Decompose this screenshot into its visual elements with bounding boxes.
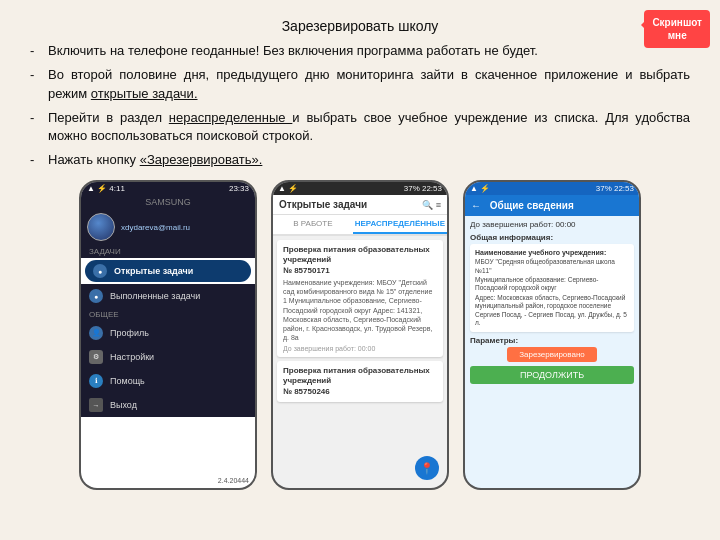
instruction-item-2: - Во второй половине дня, предыдущего дн… (30, 66, 690, 104)
p1-completed-tasks-icon: ● (89, 289, 103, 303)
p2-card-1-sub: Наименование учреждения: МБОУ "Детский с… (283, 278, 437, 342)
p1-open-tasks-label: Открытые задачи (114, 266, 193, 276)
p1-email: xdydareva@mail.ru (121, 223, 190, 232)
instruction-text-2: Во второй половине дня, предыдущего дню … (48, 66, 690, 104)
link-open-tasks: открытые задачи. (91, 86, 198, 101)
p1-open-tasks-item[interactable]: ● Открытые задачи (85, 260, 251, 282)
p1-signal: ▲ ⚡ 4:11 (87, 184, 125, 193)
p1-exit-icon: → (89, 398, 103, 412)
p3-info-name-title: Наименование учебного учреждения: (475, 248, 629, 257)
dash-2: - (30, 66, 44, 104)
p2-card-1-number: № 85750171 (283, 266, 437, 276)
p1-profile-label: Профиль (110, 328, 149, 338)
p3-info-box: Наименование учебного учреждения: МБОУ "… (470, 244, 634, 332)
p1-top-bar: xdydareva@mail.ru (81, 209, 255, 245)
p3-back-icon[interactable]: ← (471, 200, 481, 211)
p2-signal: ▲ ⚡ (278, 184, 298, 193)
p1-help-label: Помощь (110, 376, 145, 386)
p3-info-municipality: Муниципальное образование: Сергиево-Поса… (475, 276, 629, 293)
phone-2-frame: ▲ ⚡ 37% 22:53 Открытые задачи 🔍 ≡ В РАБО… (271, 180, 449, 490)
link-reserve: «Зарезервировать». (140, 152, 263, 167)
tooltip-badge: Скриншот мне (644, 10, 710, 48)
instruction-item-1: - Включить на телефоне геоданные! Без вк… (30, 42, 690, 61)
p1-help-icon: ℹ (89, 374, 103, 388)
p1-settings-icon: ⚙ (89, 350, 103, 364)
p1-general-label: ОБЩЕЕ (81, 308, 255, 321)
p2-statusbar: ▲ ⚡ 37% 22:53 (273, 182, 447, 195)
phone-2-screen: ▲ ⚡ 37% 22:53 Открытые задачи 🔍 ≡ В РАБО… (273, 182, 447, 488)
instruction-item-3: - Перейти в раздел нераспределенные и вы… (30, 109, 690, 147)
p3-info-region: Адрес: Московская область, Сергиево-Поса… (475, 294, 629, 328)
p2-header: Открытые задачи 🔍 ≡ (273, 195, 447, 215)
p3-header-title: Общие сведения (490, 200, 574, 211)
p3-reserved-button[interactable]: Зарезервировано (507, 347, 597, 362)
p2-tab-in-work[interactable]: В РАБОТЕ (273, 215, 353, 234)
p3-statusbar: ▲ ⚡ 37% 22:53 (465, 182, 639, 195)
p1-profile-icon: 👤 (89, 326, 103, 340)
p3-continue-button[interactable]: ПРОДОЛЖИТЬ (470, 366, 634, 384)
p1-version: 2.4.20444 (218, 477, 249, 484)
p2-battery: 37% 22:53 (404, 184, 442, 193)
p1-exit-item[interactable]: → Выход (81, 393, 255, 417)
link-unassigned: нераспределенные (169, 110, 293, 125)
p2-header-title: Открытые задачи (279, 199, 367, 210)
p1-exit-label: Выход (110, 400, 137, 410)
p3-body: До завершения работ: 00:00 Общая информа… (465, 216, 639, 388)
p2-card-2[interactable]: Проверка питания образовательных учрежде… (277, 361, 443, 402)
phone-1-screen: ▲ ⚡ 4:11 23:33 SAMSUNG xdydareva@mail.ru… (81, 182, 255, 488)
instruction-text-4: Нажать кнопку «Зарезервировать». (48, 151, 690, 170)
instruction-text-1: Включить на телефоне геоданные! Без вклю… (48, 42, 690, 61)
p2-card-2-number: № 85750246 (283, 387, 437, 397)
p1-time: 23:33 (229, 184, 249, 193)
page-title: Зарезервировать школу (30, 18, 690, 34)
p2-card-1[interactable]: Проверка питания образовательных учрежде… (277, 240, 443, 357)
main-page: Зарезервировать школу - Включить на теле… (0, 0, 720, 540)
screenshots-row: ▲ ⚡ 4:11 23:33 SAMSUNG xdydareva@mail.ru… (30, 180, 690, 490)
p2-card-2-title: Проверка питания образовательных учрежде… (283, 366, 437, 387)
p1-open-tasks-icon: ● (93, 264, 107, 278)
p3-reserved-container: Зарезервировано (470, 347, 634, 362)
p1-avatar (87, 213, 115, 241)
p3-general-info-label: Общая информация: (470, 233, 634, 242)
phone-1-frame: ▲ ⚡ 4:11 23:33 SAMSUNG xdydareva@mail.ru… (79, 180, 257, 490)
p3-battery: 37% 22:53 (596, 184, 634, 193)
instruction-item-4: - Нажать кнопку «Зарезервировать». (30, 151, 690, 170)
instruction-text-3: Перейти в раздел нераспределенные и выбр… (48, 109, 690, 147)
p3-info-name: МБОУ "Средняя общеобразовательная школа … (475, 258, 629, 275)
p2-card-1-deadline: До завершения работ: 00:00 (283, 345, 437, 352)
p2-card-1-title: Проверка питания образовательных учрежде… (283, 245, 437, 266)
p3-header: ← Общие сведения (465, 195, 639, 216)
p3-deadline: До завершения работ: 00:00 (470, 220, 634, 229)
p1-completed-tasks-label: Выполненные задачи (110, 291, 200, 301)
dash-3: - (30, 109, 44, 147)
dash-4: - (30, 151, 44, 170)
p1-help-item[interactable]: ℹ Помощь (81, 369, 255, 393)
phone-3-frame: ▲ ⚡ 37% 22:53 ← Общие сведения До заверш… (463, 180, 641, 490)
p1-profile-item[interactable]: 👤 Профиль (81, 321, 255, 345)
p3-signal: ▲ ⚡ (470, 184, 490, 193)
p2-header-icons: 🔍 ≡ (422, 200, 441, 210)
p1-tasks-label: ЗАДАЧИ (81, 245, 255, 258)
tooltip-line2: мне (668, 30, 687, 41)
p1-completed-tasks-item[interactable]: ● Выполненные задачи (81, 284, 255, 308)
p1-settings-label: Настройки (110, 352, 154, 362)
p1-samsung-label: SAMSUNG (81, 195, 255, 209)
dash-1: - (30, 42, 44, 61)
p2-location-fab[interactable]: 📍 (415, 456, 439, 480)
p3-params-label: Параметры: (470, 336, 634, 345)
instructions-list: - Включить на телефоне геоданные! Без вк… (30, 42, 690, 170)
p2-tab-unassigned[interactable]: НЕРАСПРЕДЕЛЁННЫЕ (353, 215, 447, 234)
p1-settings-item[interactable]: ⚙ Настройки (81, 345, 255, 369)
phone-3-screen: ▲ ⚡ 37% 22:53 ← Общие сведения До заверш… (465, 182, 639, 488)
p1-statusbar: ▲ ⚡ 4:11 23:33 (81, 182, 255, 195)
p2-tabs: В РАБОТЕ НЕРАСПРЕДЕЛЁННЫЕ (273, 215, 447, 236)
tooltip-line1: Скриншот (652, 17, 702, 28)
